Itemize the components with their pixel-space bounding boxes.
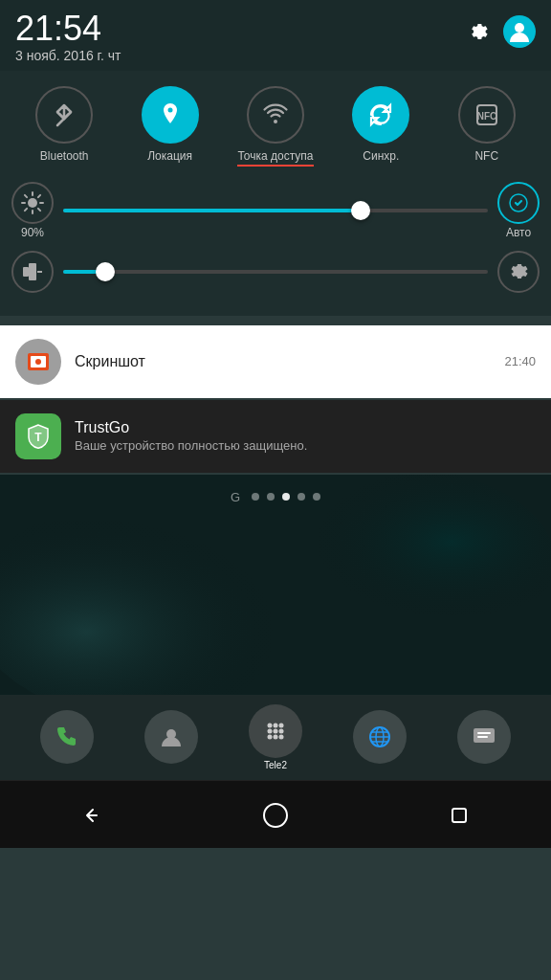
screenshot-content: Скриншот xyxy=(75,353,491,370)
home-button[interactable] xyxy=(254,794,297,836)
svg-rect-16 xyxy=(29,263,36,280)
hotspot-label: Точка доступа xyxy=(237,149,313,167)
sound-settings-icon[interactable] xyxy=(497,251,540,293)
settings-icon[interactable] xyxy=(465,18,492,45)
back-button[interactable] xyxy=(71,794,113,836)
nfc-toggle[interactable]: NFC NFC xyxy=(444,86,530,167)
auto-brightness-toggle[interactable] xyxy=(497,182,540,224)
recents-button[interactable] xyxy=(438,794,480,836)
dock-messages[interactable] xyxy=(457,710,511,764)
svg-line-13 xyxy=(38,194,40,196)
screenshot-time: 21:40 xyxy=(504,354,536,368)
page-dot-4[interactable] xyxy=(313,493,320,501)
svg-point-5 xyxy=(28,198,37,208)
apps-grid-icon[interactable] xyxy=(249,704,302,758)
page-dot-0[interactable] xyxy=(252,493,259,501)
svg-line-12 xyxy=(25,208,27,210)
user-icon[interactable] xyxy=(503,15,536,48)
svg-point-34 xyxy=(278,734,283,739)
svg-line-10 xyxy=(25,194,27,196)
svg-rect-15 xyxy=(23,267,29,277)
svg-rect-40 xyxy=(474,728,495,743)
clock: 21:54 xyxy=(15,11,121,46)
bluetooth-label: Bluetooth xyxy=(40,149,89,165)
dock-browser[interactable] xyxy=(353,710,407,764)
svg-point-30 xyxy=(273,728,277,733)
nfc-label: NFC xyxy=(474,149,498,165)
phone-icon[interactable] xyxy=(40,710,94,764)
svg-point-43 xyxy=(264,804,287,827)
location-toggle[interactable]: Локация xyxy=(127,86,213,167)
date: 3 нояб. 2016 г. чт xyxy=(15,48,121,63)
svg-point-32 xyxy=(267,734,272,739)
page-dots: G xyxy=(0,475,551,510)
bluetooth-circle[interactable] xyxy=(35,86,93,144)
browser-icon[interactable] xyxy=(353,710,407,764)
svg-point-2 xyxy=(167,108,172,113)
trustgo-notification[interactable]: T TrustGo Ваше устройство полностью защи… xyxy=(0,400,551,473)
svg-point-1 xyxy=(515,23,524,33)
volume-slider[interactable] xyxy=(63,270,488,274)
svg-point-31 xyxy=(278,728,283,733)
page-dot-2[interactable] xyxy=(282,493,290,501)
screenshot-notification[interactable]: Скриншот 21:40 xyxy=(0,325,551,398)
dock: Tele2 xyxy=(0,695,551,780)
sync-circle[interactable] xyxy=(352,86,409,144)
location-circle[interactable] xyxy=(142,86,199,144)
volume-icon[interactable] xyxy=(11,251,54,293)
trustgo-content: TrustGo Ваше устройство полностью защище… xyxy=(75,419,536,453)
brightness-row: 90% Авто xyxy=(11,182,540,239)
screenshot-icon xyxy=(15,339,61,385)
bluetooth-toggle[interactable]: Bluetooth xyxy=(21,86,107,167)
status-bar: 21:54 3 нояб. 2016 г. чт xyxy=(0,0,551,71)
messages-icon[interactable] xyxy=(457,710,511,764)
brightness-icon[interactable] xyxy=(11,182,54,224)
dock-contacts[interactable] xyxy=(144,710,198,764)
page-dot-1[interactable] xyxy=(267,493,275,501)
svg-point-33 xyxy=(273,734,277,739)
sync-label: Синхр. xyxy=(363,149,399,165)
svg-text:NFC: NFC xyxy=(476,111,496,122)
nfc-circle[interactable]: NFC xyxy=(458,86,516,144)
quick-settings-panel: Bluetooth Локация xyxy=(0,71,551,316)
hotspot-circle[interactable] xyxy=(247,86,304,144)
time-date-block: 21:54 3 нояб. 2016 г. чт xyxy=(15,11,121,63)
status-icons xyxy=(465,15,536,48)
auto-label: Авто xyxy=(506,226,531,239)
svg-point-28 xyxy=(278,723,283,727)
dock-phone[interactable] xyxy=(40,710,94,764)
toggle-row: Bluetooth Локация xyxy=(11,86,540,167)
contacts-icon[interactable] xyxy=(144,710,198,764)
tele2-label: Tele2 xyxy=(264,760,287,770)
trustgo-icon: T xyxy=(15,413,61,459)
sync-toggle[interactable]: Синхр. xyxy=(338,86,424,167)
nav-bar xyxy=(0,780,551,848)
google-g-label: G xyxy=(231,490,240,504)
hotspot-toggle[interactable]: Точка доступа xyxy=(232,86,319,167)
svg-rect-44 xyxy=(452,809,466,822)
brightness-slider[interactable] xyxy=(63,209,488,212)
svg-line-11 xyxy=(38,208,40,210)
trustgo-title: TrustGo xyxy=(75,419,536,436)
svg-point-27 xyxy=(273,723,277,727)
svg-point-29 xyxy=(267,728,272,733)
dock-apps[interactable]: Tele2 xyxy=(249,704,302,770)
location-label: Локация xyxy=(147,149,192,165)
trustgo-subtitle: Ваше устройство полностью защищено. xyxy=(75,438,536,453)
svg-point-26 xyxy=(267,723,272,727)
volume-row xyxy=(11,251,540,293)
home-wallpaper: G xyxy=(0,475,551,695)
page-dot-3[interactable] xyxy=(298,493,305,501)
svg-point-20 xyxy=(35,359,41,365)
brightness-percent: 90% xyxy=(21,226,44,239)
svg-text:T: T xyxy=(34,431,42,444)
screenshot-title: Скриншот xyxy=(75,353,491,370)
notification-area: Скриншот 21:40 T TrustGo Ваше устройство… xyxy=(0,316,551,473)
